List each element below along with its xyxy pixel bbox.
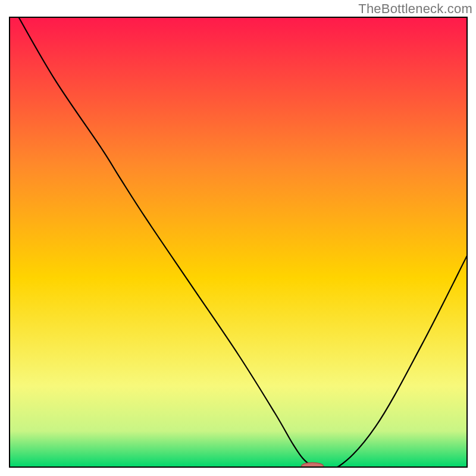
chart-svg [0, 0, 476, 476]
plot-background [10, 17, 467, 467]
chart-frame: TheBottleneck.com [0, 0, 476, 476]
watermark-text: TheBottleneck.com [358, 1, 472, 17]
optimal-marker [302, 462, 324, 469]
